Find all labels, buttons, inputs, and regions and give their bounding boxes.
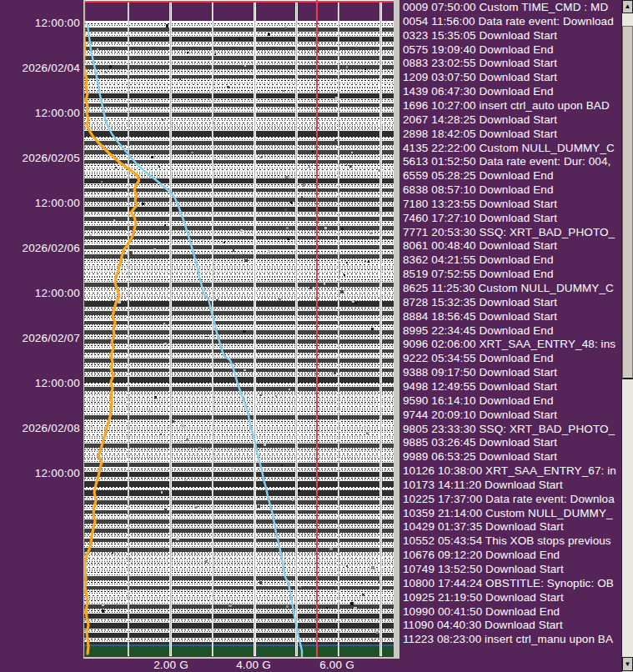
timeline-chart[interactable] (83, 0, 399, 659)
event-list-item[interactable]: 0009 07:50:00 Custom TIME_CMD : MD (403, 1, 620, 15)
time-axis-label: 2026/02/06 (0, 241, 80, 256)
event-list-item[interactable]: 11090 04:40:30 Download Start (403, 619, 620, 633)
event-list-item[interactable]: 10925 21:19:50 Download Start (403, 591, 620, 605)
event-list-item[interactable]: 10749 13:52:50 Download Start (403, 563, 620, 577)
event-list-scrollbar[interactable]: ▲ ▼ (621, 0, 633, 672)
event-list-item[interactable]: 10126 10:38:00 XRT_SAA_ENTRY_67: in (403, 464, 620, 479)
event-list-item[interactable]: 0883 23:02:55 Download Start (403, 57, 620, 71)
time-axis-label: 2026/02/05 (0, 151, 80, 166)
event-list-item[interactable]: 6838 08:57:10 Download End (403, 183, 620, 198)
red-top-marker-line (84, 1, 394, 3)
event-list-item[interactable]: 7180 13:23:55 Download Start (403, 198, 620, 212)
event-list-item[interactable]: 2067 14:28:25 Download Start (403, 113, 620, 128)
event-list-item[interactable]: 1696 10:27:00 insert ctrl_auto upon BAD (403, 99, 620, 113)
event-list-item[interactable]: 10429 01:37:35 Download Start (403, 520, 620, 534)
time-axis-label: 12:00:00 (0, 106, 80, 121)
event-list-item[interactable]: 0575 19:09:40 Download End (403, 43, 620, 58)
event-list-item[interactable]: 0323 15:35:05 Download Start (403, 29, 620, 43)
event-list-item[interactable]: 9096 02:06:00 XRT_SAA_ENTRY_48: ins (403, 338, 620, 352)
event-list-item[interactable]: 7460 17:27:10 Download Start (403, 212, 620, 226)
event-list-item[interactable]: 7771 20:53:30 SSQ: XRT_BAD_PHOTO_ (403, 226, 620, 240)
scrollbar-thumb[interactable] (622, 26, 633, 379)
green-bar-topline (84, 644, 394, 646)
event-list-item[interactable]: 4135 22:22:00 Custom NULL_DUMMY_C (403, 142, 620, 156)
event-list-item[interactable]: 10225 17:37:00 Data rate event: Downloa (403, 493, 620, 507)
time-axis-label: 2026/02/04 (0, 61, 80, 76)
x-axis-label: 4.00 G (236, 659, 271, 672)
time-axis-label: 12:00:00 (0, 16, 80, 31)
time-axis-label: 12:00:00 (0, 466, 80, 481)
event-list-item[interactable]: 10676 09:12:20 Download End (403, 549, 620, 563)
event-list-item[interactable]: 8995 22:34:45 Download End (403, 324, 620, 339)
time-axis-label: 2026/02/07 (0, 331, 80, 346)
scroll-up-button[interactable]: ▲ (622, 0, 633, 13)
event-list-item[interactable]: 9885 03:26:45 Download Start (403, 436, 620, 450)
event-list-item[interactable]: 9989 06:53:25 Download Start (403, 450, 620, 464)
event-list-item[interactable]: 10552 05:43:54 This XOB stops previous (403, 534, 620, 549)
event-list-item[interactable]: 1209 03:07:50 Download Start (403, 71, 620, 85)
event-list-item[interactable]: 8625 11:25:30 Custom NULL_DUMMY_C (403, 282, 620, 296)
scroll-down-icon: ▼ (625, 660, 631, 668)
time-axis-label: 12:00:00 (0, 196, 80, 211)
chart-top-strip (84, 2, 394, 21)
event-list-item[interactable]: 5613 01:52:50 Data rate event: Dur: 004, (403, 155, 620, 169)
event-list-item[interactable]: 6559 05:28:25 Download End (403, 169, 620, 183)
event-list-item[interactable]: 9388 09:17:50 Download Start (403, 366, 620, 380)
event-list-item[interactable]: 8884 18:56:45 Download Start (403, 310, 620, 324)
event-list-item[interactable]: 1439 06:47:30 Download End (403, 85, 620, 99)
event-list-item[interactable]: 9805 23:33:30 SSQ: XRT_BAD_PHOTO_ (403, 423, 620, 437)
event-list-item[interactable]: 2898 18:42:05 Download Start (403, 128, 620, 142)
scroll-up-icon: ▲ (625, 3, 631, 10)
event-list-item[interactable]: 9498 12:49:55 Download Start (403, 380, 620, 394)
scroll-down-button[interactable]: ▼ (622, 657, 633, 671)
time-axis-label: 12:00:00 (0, 376, 80, 391)
time-axis-label: 12:00:00 (0, 286, 80, 301)
event-list-item[interactable]: 8362 04:21:55 Download End (403, 253, 620, 268)
event-list-item[interactable]: 10173 14:11:20 Download Start (403, 479, 620, 493)
event-list-item[interactable]: 9744 20:09:10 Download Start (403, 409, 620, 423)
timeline-chart-canvas (83, 0, 399, 659)
green-volume-bar (84, 646, 394, 657)
x-axis-label: 6.00 G (319, 659, 354, 672)
event-list-item[interactable]: 9590 16:14:10 Download End (403, 394, 620, 409)
event-list-item[interactable]: 0054 11:56:00 Data rate event: Download (403, 15, 620, 29)
tako-timeline-window: { "window": { "width": 759, "height": 80… (0, 0, 633, 672)
event-list-item[interactable]: 10990 00:41:50 Download End (403, 605, 620, 619)
red-vertical-marker-line (316, 0, 318, 657)
event-list-item[interactable]: 9222 05:34:55 Download End (403, 352, 620, 366)
x-axis-label: 2.00 G (153, 659, 188, 672)
event-list-item[interactable]: 11223 08:23:00 insert ctrl_manu upon BA (403, 633, 620, 647)
event-list-item[interactable]: 8061 00:48:40 Download Start (403, 239, 620, 253)
time-axis-label: 2026/02/08 (0, 421, 80, 436)
event-list-item[interactable]: 10359 21:14:00 Custom NULL_DUMMY_ (403, 507, 620, 521)
event-list-item[interactable]: 8728 15:32:35 Download Start (403, 296, 620, 310)
event-list-item[interactable]: 10800 17:44:24 OBSTITLE: Synoptic: OB (403, 577, 620, 591)
event-list-item[interactable]: 8519 07:52:55 Download End (403, 268, 620, 282)
